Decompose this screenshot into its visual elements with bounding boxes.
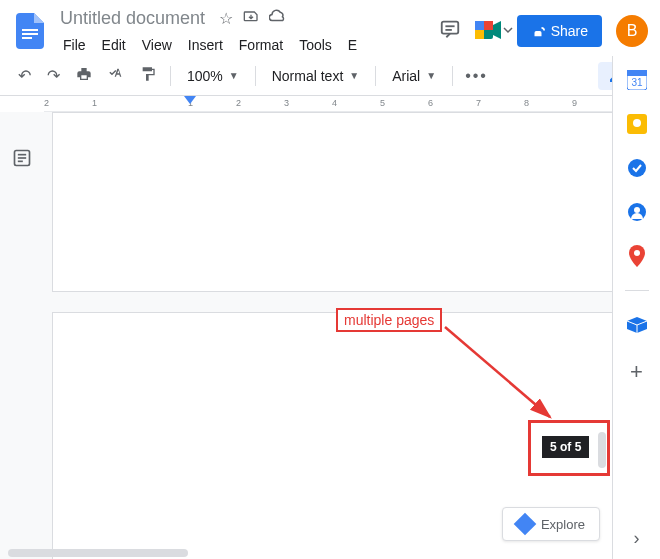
separator bbox=[170, 66, 171, 86]
toolbar: ↶ ↷ 100%▼ Normal text▼ Arial▼ ••• ▼ bbox=[0, 56, 660, 96]
menu-tools[interactable]: Tools bbox=[292, 33, 339, 57]
menu-extensions[interactable]: E bbox=[341, 33, 364, 57]
page-counter: 5 of 5 bbox=[542, 436, 589, 458]
toolbar-more-icon[interactable]: ••• bbox=[461, 63, 492, 89]
explore-icon bbox=[514, 513, 537, 536]
keep-icon[interactable] bbox=[627, 114, 647, 134]
left-gutter bbox=[0, 112, 44, 559]
indent-marker-icon[interactable] bbox=[184, 96, 196, 108]
maps-icon[interactable] bbox=[627, 246, 647, 266]
annotation-label: multiple pages bbox=[336, 308, 442, 332]
chevron-down-icon: ▼ bbox=[426, 70, 436, 81]
move-icon[interactable] bbox=[243, 8, 259, 28]
separator bbox=[452, 66, 453, 86]
spellcheck-icon[interactable] bbox=[102, 62, 130, 90]
user-avatar[interactable]: B bbox=[616, 15, 648, 47]
svg-rect-1 bbox=[22, 33, 38, 35]
separator bbox=[375, 66, 376, 86]
explore-label: Explore bbox=[541, 517, 585, 532]
separator bbox=[255, 66, 256, 86]
chevron-down-icon: ▼ bbox=[229, 70, 239, 81]
svg-point-21 bbox=[634, 207, 640, 213]
menu-view[interactable]: View bbox=[135, 33, 179, 57]
svg-rect-9 bbox=[484, 21, 493, 30]
menu-format[interactable]: Format bbox=[232, 33, 290, 57]
print-icon[interactable] bbox=[70, 62, 98, 90]
comment-history-icon[interactable] bbox=[439, 18, 461, 44]
side-panel: 31 + › bbox=[612, 56, 660, 559]
svg-rect-15 bbox=[627, 70, 647, 76]
outline-icon[interactable] bbox=[12, 148, 32, 559]
svg-rect-0 bbox=[22, 29, 38, 31]
svg-point-18 bbox=[633, 119, 641, 127]
addon-icon[interactable] bbox=[627, 315, 647, 335]
menu-file[interactable]: File bbox=[56, 33, 93, 57]
zoom-select[interactable]: 100%▼ bbox=[179, 64, 247, 88]
document-canvas[interactable] bbox=[44, 112, 660, 559]
main-area bbox=[0, 112, 660, 559]
horizontal-ruler[interactable]: 2 1 1 2 3 4 5 6 7 8 9 bbox=[44, 96, 660, 112]
star-icon[interactable]: ☆ bbox=[219, 9, 233, 28]
tasks-icon[interactable] bbox=[627, 158, 647, 178]
docs-logo-icon[interactable] bbox=[12, 13, 48, 49]
chevron-down-icon: ▼ bbox=[349, 70, 359, 81]
calendar-icon[interactable]: 31 bbox=[627, 70, 647, 90]
svg-point-22 bbox=[634, 250, 640, 256]
title-area: Untitled document ☆ File Edit View Inser… bbox=[56, 6, 364, 57]
svg-rect-8 bbox=[475, 21, 484, 30]
collapse-panel-icon[interactable]: › bbox=[634, 528, 640, 549]
meet-icon[interactable] bbox=[475, 19, 503, 43]
get-addons-icon[interactable]: + bbox=[630, 359, 643, 385]
svg-rect-2 bbox=[22, 37, 32, 39]
menubar: File Edit View Insert Format Tools E bbox=[56, 33, 364, 57]
horizontal-scrollbar[interactable] bbox=[8, 549, 188, 557]
explore-button[interactable]: Explore bbox=[502, 507, 600, 541]
menu-insert[interactable]: Insert bbox=[181, 33, 230, 57]
separator bbox=[625, 290, 649, 291]
document-page[interactable] bbox=[52, 112, 652, 292]
contacts-icon[interactable] bbox=[627, 202, 647, 222]
share-label: Share bbox=[551, 23, 588, 39]
svg-rect-3 bbox=[441, 22, 458, 34]
share-button[interactable]: Share bbox=[517, 15, 602, 47]
scrollbar-thumb[interactable] bbox=[598, 432, 606, 468]
paint-format-icon[interactable] bbox=[134, 62, 162, 90]
menu-edit[interactable]: Edit bbox=[95, 33, 133, 57]
style-select[interactable]: Normal text▼ bbox=[264, 64, 367, 88]
cloud-status-icon[interactable] bbox=[269, 9, 287, 27]
app-header: Untitled document ☆ File Edit View Inser… bbox=[0, 0, 660, 56]
undo-icon[interactable]: ↶ bbox=[12, 62, 37, 89]
redo-icon[interactable]: ↷ bbox=[41, 62, 66, 89]
font-select[interactable]: Arial▼ bbox=[384, 64, 444, 88]
svg-text:31: 31 bbox=[631, 77, 643, 88]
svg-point-19 bbox=[628, 159, 646, 177]
document-title[interactable]: Untitled document bbox=[56, 6, 209, 31]
header-right: Share B bbox=[439, 15, 648, 47]
